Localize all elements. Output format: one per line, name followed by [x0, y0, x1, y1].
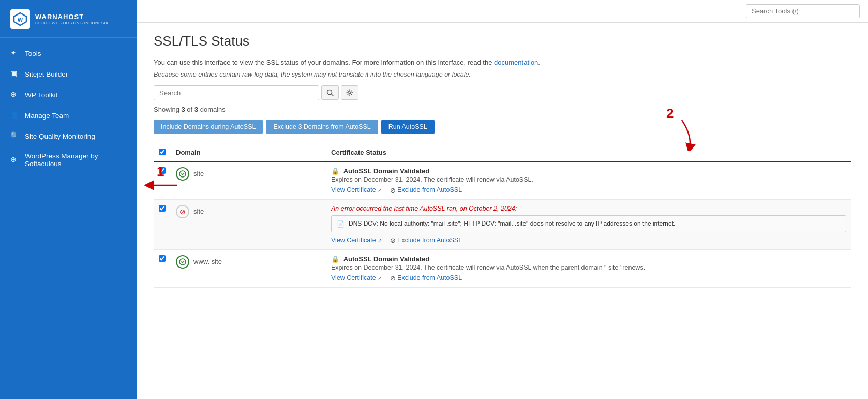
gear-icon	[346, 89, 353, 96]
showing-text: Showing 3 of 3 domains	[154, 106, 851, 113]
lock-icon: 🔒	[331, 255, 339, 263]
exclude-icon: ⊘	[390, 186, 396, 194]
search-bar	[154, 85, 851, 100]
cert-links: View Certificate ↗ ⊘ Exclude from AutoSS…	[331, 237, 846, 244]
cert-expires: Expires on December 31, 2024. The certif…	[331, 264, 846, 271]
table-row: ⊘ site An error occurred the last time A…	[154, 199, 851, 249]
external-link-icon: ↗	[378, 275, 382, 281]
sidebar-item-sitejet[interactable]: ▣ Sitejet Builder	[0, 64, 137, 84]
domain-cell-content: ⊘ site	[176, 205, 321, 218]
row-checkbox-cell	[154, 249, 171, 287]
search-input[interactable]	[154, 85, 319, 100]
svg-point-5	[179, 171, 186, 177]
team-icon: 👤	[10, 111, 20, 120]
cert-links: View Certificate ↗ ⊘ Exclude from AutoSS…	[331, 274, 846, 282]
cert-links: View Certificate ↗ ⊘ Exclude from AutoSS…	[331, 186, 846, 194]
exclude-autossl-link[interactable]: ⊘ Exclude from AutoSSL	[390, 237, 462, 244]
wp-icon: ⊕	[10, 90, 20, 99]
documentation-link[interactable]: documentation	[494, 58, 538, 66]
search-icon	[326, 89, 334, 96]
exclude-domains-button[interactable]: Exclude 3 Domains from AutoSSL	[266, 120, 378, 134]
row-domain-cell: site	[171, 161, 326, 200]
external-link-icon: ↗	[378, 238, 382, 243]
cert-expires: Expires on December 31, 2024. The certif…	[331, 176, 846, 183]
row-cert-cell: 🔒 AutoSSL Domain Validated Expires on De…	[326, 249, 851, 287]
domain-cell-content: www. site	[176, 255, 321, 269]
quality-icon: 🔍	[10, 131, 20, 141]
wp2-icon: ⊕	[10, 155, 20, 165]
logo-icon: W	[10, 9, 30, 29]
main-content: SSL/TLS Status You can use this interfac…	[137, 0, 868, 399]
cert-title: AutoSSL Domain Validated	[343, 255, 430, 263]
cert-title: AutoSSL Domain Validated	[343, 167, 430, 175]
svg-line-3	[332, 94, 334, 96]
sidebar-item-sitequalitymonitoring[interactable]: 🔍 Site Quality Monitoring	[0, 126, 137, 146]
error-box-text: DNS DCV: No local authority: "mail .site…	[349, 220, 675, 227]
row-cert-cell: 🔒 AutoSSL Domain Validated Expires on De…	[326, 161, 851, 200]
view-certificate-link[interactable]: View Certificate ↗	[331, 274, 382, 282]
sidebar: W WARNAHOST CLOUD WEB HOSTING INDONESIA …	[0, 0, 137, 399]
lock-icon: 🔒	[331, 167, 339, 175]
sidebar-item-label-wpmanager: WordPress Manager by Softaculous	[25, 152, 127, 168]
row-checkbox-cell	[154, 199, 171, 249]
col-header-checkbox	[154, 144, 171, 161]
run-autossl-button[interactable]: Run AutoSSL	[381, 120, 435, 134]
row-domain-cell: www. site	[171, 249, 326, 287]
cert-status-ok: 🔒 AutoSSL Domain Validated	[331, 167, 846, 175]
domain-valid-icon	[176, 167, 189, 181]
search-tools-input[interactable]	[746, 4, 860, 18]
domain-valid-icon	[176, 255, 189, 269]
table-row: site 🔒 AutoSSL Domain Validated Expires …	[154, 161, 851, 200]
page-title: SSL/TLS Status	[154, 33, 851, 49]
view-certificate-link[interactable]: View Certificate ↗	[331, 237, 382, 244]
domain-name: site	[193, 170, 204, 178]
error-doc-icon: 📄	[337, 220, 345, 228]
row-checkbox[interactable]	[159, 255, 166, 262]
settings-button[interactable]	[341, 85, 358, 100]
sidebar-item-wordpressmanager[interactable]: ⊕ WordPress Manager by Softaculous	[0, 146, 137, 173]
col-header-domain: Domain	[171, 144, 326, 161]
sitejet-icon: ▣	[10, 69, 20, 79]
search-button[interactable]	[321, 85, 339, 100]
ssl-table: Domain Certificate Status site 🔒 AutoSSL…	[154, 144, 851, 288]
row-domain-cell: ⊘ site	[171, 199, 326, 249]
sidebar-nav: ✦ Tools ▣ Sitejet Builder ⊕ WP Toolkit 👤…	[0, 38, 137, 399]
sidebar-item-label-manageteam: Manage Team	[25, 112, 69, 120]
sidebar-item-manageteam[interactable]: 👤 Manage Team	[0, 105, 137, 126]
sidebar-item-label-quality: Site Quality Monitoring	[25, 132, 95, 140]
exclude-autossl-link[interactable]: ⊘ Exclude from AutoSSL	[390, 186, 462, 194]
sidebar-item-label-sitejet: Sitejet Builder	[25, 70, 68, 78]
include-domains-button[interactable]: Include Domains during AutoSSL	[154, 120, 263, 134]
exclude-icon: ⊘	[390, 237, 396, 244]
cert-status-ok: 🔒 AutoSSL Domain Validated	[331, 255, 846, 263]
row-checkbox[interactable]	[159, 167, 166, 174]
description-text: You can use this interface to view the S…	[154, 57, 851, 68]
sidebar-item-label-tools: Tools	[25, 50, 41, 57]
row-cert-cell: An error occurred the last time AutoSSL …	[326, 199, 851, 249]
error-box: 📄 DNS DCV: No local authority: "mail .si…	[331, 215, 846, 232]
row-checkbox[interactable]	[159, 205, 166, 212]
domain-name: site	[193, 208, 204, 215]
exclude-icon: ⊘	[390, 274, 396, 282]
select-all-checkbox[interactable]	[159, 149, 166, 155]
warning-text: Because some entries contain raw log dat…	[154, 71, 851, 78]
svg-text:W: W	[18, 17, 23, 23]
sidebar-item-wptoolkit[interactable]: ⊕ WP Toolkit	[0, 84, 137, 105]
row-checkbox-cell	[154, 161, 171, 200]
tools-icon: ✦	[10, 49, 20, 58]
sidebar-item-label-wptoolkit: WP Toolkit	[25, 91, 57, 99]
sidebar-item-tools[interactable]: ✦ Tools	[0, 43, 137, 64]
logo-area: W WARNAHOST CLOUD WEB HOSTING INDONESIA	[0, 0, 137, 38]
col-header-cert-status: Certificate Status	[326, 144, 851, 161]
table-row: www. site 🔒 AutoSSL Domain Validated Exp…	[154, 249, 851, 287]
page-content: SSL/TLS Status You can use this interfac…	[154, 33, 851, 288]
view-certificate-link[interactable]: View Certificate ↗	[331, 186, 382, 194]
logo-text: WARNAHOST CLOUD WEB HOSTING INDONESIA	[35, 13, 108, 25]
top-bar	[137, 0, 868, 23]
exclude-autossl-link[interactable]: ⊘ Exclude from AutoSSL	[390, 274, 462, 282]
svg-point-6	[179, 259, 186, 265]
svg-point-4	[349, 92, 351, 94]
external-link-icon: ↗	[378, 187, 382, 193]
action-buttons: Include Domains during AutoSSL Exclude 3…	[154, 120, 851, 134]
domain-name: www. site	[193, 258, 222, 265]
